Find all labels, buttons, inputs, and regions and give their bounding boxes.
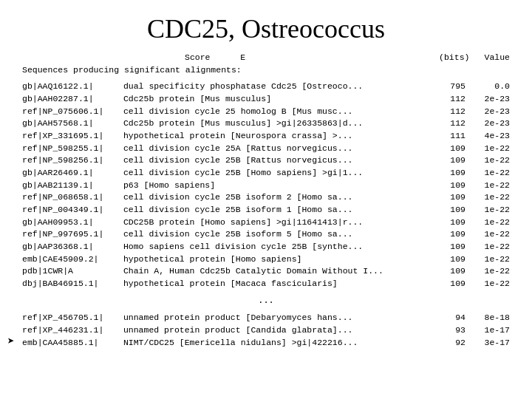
table-row: ref|NP_068658.1| cell division cycle 25B… — [22, 191, 510, 204]
table-row: dbj|BAB46915.1| hypothetical protein [Ma… — [22, 278, 510, 290]
score: 795 — [443, 81, 473, 93]
table-row: ➤emb|CAA45885.1| NIMT/CDC25 [Emericella … — [22, 337, 510, 349]
table-row: ref|NP_598256.1| cell division cycle 25B… — [22, 154, 510, 167]
score: 109 — [443, 167, 473, 180]
evalue: 1e-22 — [473, 143, 510, 155]
score: 109 — [443, 241, 473, 253]
bottom-table: ref|XP_456705.1| unnamed protein product… — [22, 312, 510, 349]
accession: ref|XP_331695.1| — [22, 130, 118, 143]
accession: ref|NP_997695.1| — [22, 228, 118, 241]
accession: emb|CAA45885.1| — [22, 337, 118, 349]
description: NIMT/CDC25 [Emericella nidulans] >gi|422… — [118, 337, 443, 349]
accession: gb|AAB21139.1| — [22, 180, 118, 192]
score: 93 — [443, 324, 473, 337]
accession: gb|AAR26469.1| — [22, 167, 118, 180]
table-row: ref|NP_075606.1| cell division cycle 25 … — [22, 106, 510, 118]
description: Chain A, Human Cdc25b Catalytic Domain W… — [118, 265, 443, 278]
accession: gb|AAH57568.1| — [22, 117, 118, 130]
score: 109 — [443, 154, 473, 167]
evalue: 3e-17 — [473, 337, 510, 349]
accession: ref|NP_004349.1| — [22, 204, 118, 216]
table-row: ref|XP_331695.1| hypothetical protein [N… — [22, 130, 510, 143]
table-row: gb|AAH57568.1| Cdc25b protein [Mus muscu… — [22, 117, 510, 130]
score-value-header: (bits) Value — [439, 52, 510, 76]
score: 109 — [443, 180, 473, 192]
description: cell division cycle 25A [Rattus norvegic… — [118, 143, 443, 155]
evalue: 1e-22 — [473, 278, 510, 290]
table-row: ref|NP_598255.1| cell division cycle 25A… — [22, 143, 510, 155]
accession: gb|AAQ16122.1| — [22, 81, 118, 93]
description: cell division cycle 25B isoform 5 [Homo … — [118, 228, 443, 241]
table-row: gb|AAH02287.1| Cdc25b protein [Mus muscu… — [22, 93, 510, 106]
description: unnamed protein product [Candida glabrat… — [118, 324, 443, 337]
table-row: gb|AAH09953.1| CDC25B protein [Homo sapi… — [22, 216, 510, 229]
score-e-header: Score — [185, 52, 211, 62]
accession: ref|NP_598255.1| — [22, 143, 118, 155]
accession: ref|XP_456705.1| — [22, 312, 118, 324]
accession: pdb|1CWR|A — [22, 265, 118, 278]
description: hypothetical protein [Homo sapiens] — [118, 253, 443, 266]
table-header: Score E Sequences producing significant … — [22, 52, 510, 76]
main-content: Score E Sequences producing significant … — [0, 52, 532, 349]
sequences-table: gb|AAQ16122.1| dual specificity phosphat… — [22, 81, 510, 290]
accession: gb|AAP36368.1| — [22, 241, 118, 253]
score: 92 — [443, 337, 473, 349]
accession: ref|NP_068658.1| — [22, 191, 118, 204]
description: cell division cycle 25B isoform 2 [Homo … — [118, 191, 443, 204]
accession: gb|AAH02287.1| — [22, 93, 118, 106]
table-row: emb|CAE45909.2| hypothetical protein [Ho… — [22, 253, 510, 266]
score: 112 — [443, 93, 473, 106]
evalue: 0.0 — [473, 81, 510, 93]
score: 109 — [443, 216, 473, 229]
table-row: ref|XP_456705.1| unnamed protein product… — [22, 312, 510, 324]
evalue: 1e-22 — [473, 265, 510, 278]
arrow-indicator: ➤ — [7, 334, 15, 351]
description: Cdc25b protein [Mus musculus] >gi|263358… — [118, 117, 443, 130]
description: p63 [Homo sapiens] — [118, 180, 443, 192]
description: cell division cycle 25B [Homo sapiens] >… — [118, 167, 443, 180]
description: hypothetical protein [Neurospora crassa]… — [118, 130, 443, 143]
table-row: gb|AAQ16122.1| dual specificity phosphat… — [22, 81, 510, 93]
divider: ... — [22, 295, 510, 307]
evalue: 2e-23 — [473, 106, 510, 118]
table-row: ref|NP_004349.1| cell division cycle 25B… — [22, 204, 510, 216]
evalue: 1e-22 — [473, 216, 510, 229]
evalue: 1e-22 — [473, 191, 510, 204]
score: 112 — [443, 117, 473, 130]
evalue: 8e-18 — [473, 312, 510, 324]
sequences-label: Score E Sequences producing significant … — [22, 52, 439, 76]
evalue: 1e-22 — [473, 154, 510, 167]
evalue: 1e-22 — [473, 241, 510, 253]
description: cell division cycle 25 homolog B [Mus mu… — [118, 106, 443, 118]
description: Cdc25b protein [Mus musculus] — [118, 93, 443, 106]
score: 109 — [443, 204, 473, 216]
description: CDC25B protein [Homo sapiens] >gi|116414… — [118, 216, 443, 229]
table-row: gb|AAB21139.1| p63 [Homo sapiens]1091e-2… — [22, 180, 510, 192]
description: hypothetical protein [Macaca fasciculari… — [118, 278, 443, 290]
evalue: 1e-22 — [473, 180, 510, 192]
accession: ref|XP_446231.1| — [22, 324, 118, 337]
evalue: 1e-22 — [473, 167, 510, 180]
description: Homo sapiens cell division cycle 25B [sy… — [118, 241, 443, 253]
description: cell division cycle 25B [Rattus norvegic… — [118, 154, 443, 167]
description: unnamed protein product [Debaryomyces ha… — [118, 312, 443, 324]
score: 109 — [443, 228, 473, 241]
table-row: gb|AAR26469.1| cell division cycle 25B [… — [22, 167, 510, 180]
score: 109 — [443, 143, 473, 155]
evalue: 1e-22 — [473, 228, 510, 241]
score: 111 — [443, 130, 473, 143]
score: 109 — [443, 278, 473, 290]
table-row: gb|AAP36368.1| Homo sapiens cell divisio… — [22, 241, 510, 253]
table-row: ref|XP_446231.1| unnamed protein product… — [22, 324, 510, 337]
score: 109 — [443, 253, 473, 266]
evalue: 4e-23 — [473, 130, 510, 143]
score: 94 — [443, 312, 473, 324]
evalue: 1e-22 — [473, 204, 510, 216]
description: cell division cycle 25B isoform 1 [Homo … — [118, 204, 443, 216]
accession: ref|NP_598256.1| — [22, 154, 118, 167]
evalue: 2e-23 — [473, 117, 510, 130]
score: 112 — [443, 106, 473, 118]
accession: ref|NP_075606.1| — [22, 106, 118, 118]
score: 109 — [443, 265, 473, 278]
table-row: ref|NP_997695.1| cell division cycle 25B… — [22, 228, 510, 241]
